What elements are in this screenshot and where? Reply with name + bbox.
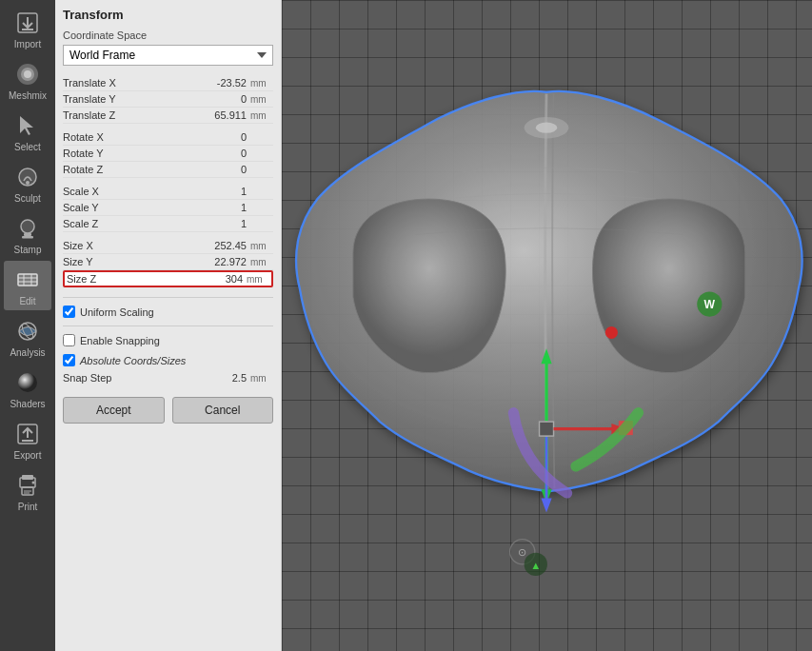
size-y-unit: mm [250, 257, 273, 267]
translate-z-unit: mm [250, 110, 273, 121]
svg-point-8 [26, 181, 30, 185]
uniform-scaling-label: Uniform Scaling [80, 306, 154, 318]
analysis-label: Analysis [10, 347, 45, 358]
size-y-label: Size Y [63, 256, 139, 267]
translate-x-label: Translate X [63, 77, 139, 89]
cancel-button[interactable]: Cancel [172, 397, 274, 424]
viewport-scene: W ⊙ ▲ [282, 0, 812, 651]
rotate-x-label: Rotate X [63, 131, 139, 143]
edit-icon [12, 265, 43, 295]
sidebar-item-sculpt[interactable]: Sculpt [4, 158, 51, 207]
svg-rect-10 [24, 233, 31, 236]
size-y-value: 22.972 [139, 256, 250, 267]
scale-y-row: Scale Y 1 [63, 200, 273, 216]
scale-z-label: Scale Z [63, 218, 139, 229]
sidebar-item-print[interactable]: Print [4, 466, 51, 516]
edit-label: Edit [19, 296, 35, 306]
size-z-row: Size Z 304 mm [63, 270, 273, 287]
panel-title: Transform [63, 8, 273, 22]
translate-x-value: -23.52 [139, 77, 250, 89]
stamp-label: Stamp [14, 245, 42, 255]
rotate-y-label: Rotate Y [63, 148, 139, 159]
select-label: Select [14, 142, 41, 152]
scale-x-row: Scale X 1 [63, 184, 273, 200]
size-z-unit: mm [247, 274, 269, 285]
divider-2 [63, 326, 273, 326]
svg-marker-6 [20, 116, 33, 135]
scale-x-value: 1 [139, 186, 250, 197]
accept-button[interactable]: Accept [63, 397, 165, 424]
svg-text:⊙: ⊙ [518, 546, 526, 558]
translate-y-value: 0 [139, 93, 250, 105]
svg-rect-11 [22, 236, 33, 239]
size-z-label: Size Z [67, 273, 143, 285]
translate-y-row: Translate Y 0 mm [63, 91, 273, 108]
toolbar: Import Meshmix Select Sculpt [0, 0, 55, 651]
shaders-icon [12, 367, 43, 398]
sidebar-item-meshmix[interactable]: Meshmix [4, 55, 51, 105]
rotate-y-row: Rotate Y 0 [63, 146, 273, 162]
sidebar-item-import[interactable]: Import [4, 4, 51, 53]
uniform-scaling-checkbox[interactable] [63, 306, 75, 318]
translate-z-row: Translate Z 65.911 mm [63, 108, 273, 124]
rotate-x-value: 0 [139, 131, 250, 143]
sidebar-item-export[interactable]: Export [4, 415, 51, 464]
snap-step-label: Snap Step [63, 372, 139, 384]
select-icon [12, 110, 43, 141]
rotate-z-label: Rotate Z [63, 164, 139, 175]
size-x-label: Size X [63, 240, 139, 251]
sidebar-item-stamp[interactable]: Stamp [4, 209, 51, 259]
svg-text:▲: ▲ [530, 560, 541, 571]
rotate-z-row: Rotate Z 0 [63, 162, 273, 178]
divider-1 [63, 297, 273, 298]
uniform-scaling-row: Uniform Scaling [63, 302, 273, 322]
sidebar-item-select[interactable]: Select [4, 107, 51, 156]
enable-snapping-row: Enable Snapping [63, 330, 273, 350]
svg-point-43 [605, 326, 618, 339]
analysis-icon [12, 316, 43, 346]
print-label: Print [18, 502, 38, 512]
translate-z-label: Translate Z [63, 109, 139, 121]
scale-x-label: Scale X [63, 186, 139, 197]
snap-step-row: Snap Step 2.5 mm [63, 370, 273, 385]
sculpt-icon [12, 162, 43, 192]
svg-text:W: W [704, 298, 716, 311]
enable-snapping-label: Enable Snapping [80, 335, 160, 346]
scale-y-value: 1 [139, 202, 250, 213]
absolute-coords-label: Absolute Coords/Sizes [80, 355, 186, 366]
import-label: Import [14, 39, 41, 49]
translate-y-unit: mm [250, 94, 273, 105]
svg-point-30 [536, 123, 557, 133]
coord-space-label: Coordinate Space [63, 30, 273, 41]
rotate-y-value: 0 [139, 148, 250, 159]
svg-rect-12 [18, 274, 37, 286]
sculpt-label: Sculpt [14, 193, 41, 204]
translate-y-label: Translate Y [63, 93, 139, 105]
absolute-coords-checkbox[interactable] [63, 354, 75, 366]
svg-point-28 [32, 482, 35, 484]
rotate-x-row: Rotate X 0 [63, 129, 273, 146]
export-icon [12, 419, 43, 449]
svg-point-19 [18, 373, 37, 392]
transform-panel: Transform Coordinate Space World Frame L… [55, 0, 282, 651]
svg-point-5 [24, 70, 31, 78]
enable-snapping-checkbox[interactable] [63, 334, 75, 346]
svg-point-9 [21, 220, 34, 233]
svg-rect-31 [540, 422, 554, 436]
translate-x-unit: mm [250, 78, 273, 89]
sidebar-item-shaders[interactable]: Shaders [4, 364, 51, 413]
sidebar-item-analysis[interactable]: Analysis [4, 312, 51, 362]
snap-step-unit: mm [250, 373, 273, 384]
snap-step-value: 2.5 [139, 372, 250, 384]
meshmix-icon [12, 59, 43, 89]
translate-z-value: 65.911 [139, 109, 250, 121]
size-x-unit: mm [250, 241, 273, 251]
scale-y-label: Scale Y [63, 202, 139, 213]
svg-rect-24 [22, 475, 33, 480]
sidebar-item-edit[interactable]: Edit [4, 261, 51, 310]
translate-x-row: Translate X -23.52 mm [63, 75, 273, 91]
viewport[interactable]: W ⊙ ▲ [282, 0, 812, 651]
scale-z-row: Scale Z 1 [63, 216, 273, 232]
size-x-row: Size X 252.45 mm [63, 238, 273, 254]
coord-space-dropdown[interactable]: World Frame Local Frame View Frame [63, 45, 273, 66]
